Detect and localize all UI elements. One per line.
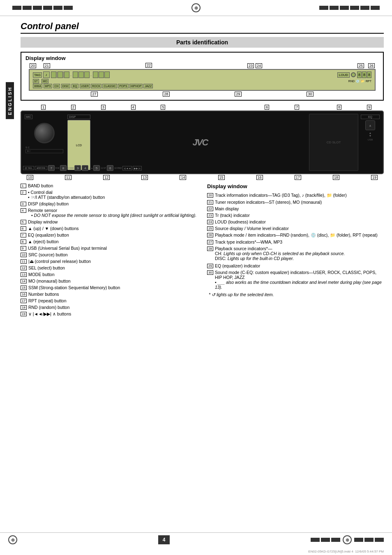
bottom-compass-right: ⊕ [343, 535, 352, 544]
display-numbers-bottom: 27 28 29 30 [25, 92, 379, 97]
page-title: Control panel [21, 21, 384, 34]
device-numbers-bottom: 10 11 12 13 14 15 16 17 18 19 [21, 175, 384, 180]
section-header: Parts identification [21, 37, 384, 48]
top-bar-right [319, 6, 380, 10]
bottom-bar: ⊕ 4 ⊕ [0, 532, 392, 547]
display-window-section: Display window 20 21 22 23 24 25 26 [21, 52, 384, 101]
device-numbers-top: 1 2 3 4 5 6 7 8 9 [21, 105, 384, 110]
compass-center: ⊕ [73, 3, 319, 12]
bottom-compass-left: ⊕ [8, 535, 17, 544]
file-info: EN02-05KD-G725[UN]5.indd 4 12/6/05 5:44:… [308, 550, 384, 553]
display-window-title: Display window [25, 55, 379, 61]
display-numbers-top: 20 21 22 23 24 25 26 [25, 63, 379, 68]
lcd-panel: TAG ♪ . . [29, 69, 376, 91]
right-descriptions: Display window 20 Track information indi… [207, 183, 384, 318]
bottom-right: ⊕ [311, 535, 384, 544]
device-image: MIC S C ▼/↑ DISP LCD J [21, 111, 384, 174]
left-descriptions: 1 BAND button 2 • Control dial • ☞/I ATT… [21, 183, 197, 318]
right-column-header: Display window [207, 183, 384, 189]
language-sidebar: ENGLISH [6, 82, 14, 119]
page-number: 4 [158, 535, 170, 544]
top-bar-left [12, 6, 73, 10]
